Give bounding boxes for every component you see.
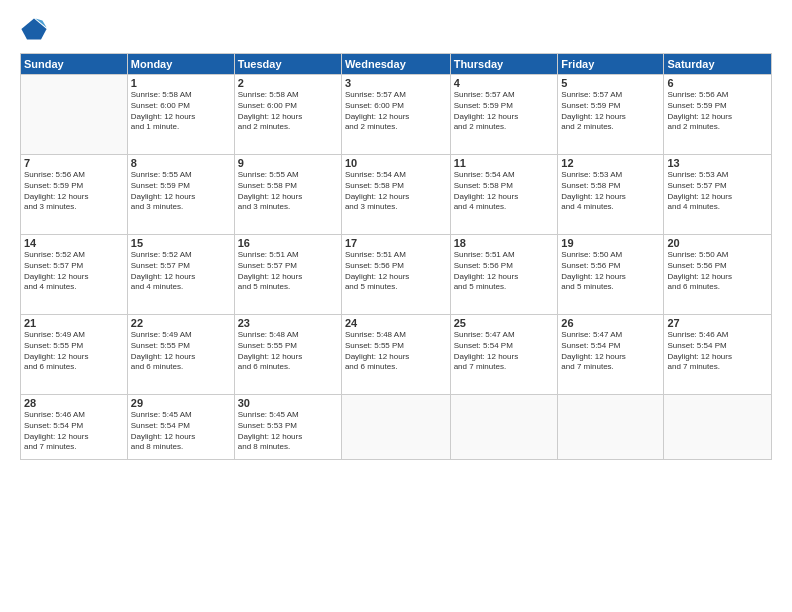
day-number: 20 bbox=[667, 237, 768, 249]
calendar-cell bbox=[558, 395, 664, 460]
calendar-cell bbox=[341, 395, 450, 460]
day-number: 29 bbox=[131, 397, 231, 409]
calendar-cell bbox=[21, 75, 128, 155]
day-number: 24 bbox=[345, 317, 447, 329]
calendar-cell: 23Sunrise: 5:48 AM Sunset: 5:55 PM Dayli… bbox=[234, 315, 341, 395]
day-number: 27 bbox=[667, 317, 768, 329]
day-number: 8 bbox=[131, 157, 231, 169]
day-number: 10 bbox=[345, 157, 447, 169]
day-number: 21 bbox=[24, 317, 124, 329]
day-info: Sunrise: 5:48 AM Sunset: 5:55 PM Dayligh… bbox=[238, 330, 338, 373]
day-info: Sunrise: 5:45 AM Sunset: 5:54 PM Dayligh… bbox=[131, 410, 231, 453]
day-number: 16 bbox=[238, 237, 338, 249]
calendar-cell: 27Sunrise: 5:46 AM Sunset: 5:54 PM Dayli… bbox=[664, 315, 772, 395]
day-number: 17 bbox=[345, 237, 447, 249]
calendar-cell: 7Sunrise: 5:56 AM Sunset: 5:59 PM Daylig… bbox=[21, 155, 128, 235]
logo bbox=[20, 15, 52, 43]
calendar-week-4: 21Sunrise: 5:49 AM Sunset: 5:55 PM Dayli… bbox=[21, 315, 772, 395]
calendar-cell: 3Sunrise: 5:57 AM Sunset: 6:00 PM Daylig… bbox=[341, 75, 450, 155]
calendar-cell: 6Sunrise: 5:56 AM Sunset: 5:59 PM Daylig… bbox=[664, 75, 772, 155]
day-info: Sunrise: 5:48 AM Sunset: 5:55 PM Dayligh… bbox=[345, 330, 447, 373]
day-info: Sunrise: 5:53 AM Sunset: 5:58 PM Dayligh… bbox=[561, 170, 660, 213]
calendar-cell: 8Sunrise: 5:55 AM Sunset: 5:59 PM Daylig… bbox=[127, 155, 234, 235]
day-info: Sunrise: 5:56 AM Sunset: 5:59 PM Dayligh… bbox=[667, 90, 768, 133]
calendar-cell: 26Sunrise: 5:47 AM Sunset: 5:54 PM Dayli… bbox=[558, 315, 664, 395]
calendar-header-monday: Monday bbox=[127, 54, 234, 75]
logo-icon bbox=[20, 15, 48, 43]
calendar-header-thursday: Thursday bbox=[450, 54, 558, 75]
day-info: Sunrise: 5:54 AM Sunset: 5:58 PM Dayligh… bbox=[454, 170, 555, 213]
calendar-cell: 30Sunrise: 5:45 AM Sunset: 5:53 PM Dayli… bbox=[234, 395, 341, 460]
calendar-cell: 21Sunrise: 5:49 AM Sunset: 5:55 PM Dayli… bbox=[21, 315, 128, 395]
day-number: 5 bbox=[561, 77, 660, 89]
day-number: 3 bbox=[345, 77, 447, 89]
calendar-cell: 29Sunrise: 5:45 AM Sunset: 5:54 PM Dayli… bbox=[127, 395, 234, 460]
day-info: Sunrise: 5:47 AM Sunset: 5:54 PM Dayligh… bbox=[454, 330, 555, 373]
day-number: 28 bbox=[24, 397, 124, 409]
day-info: Sunrise: 5:57 AM Sunset: 5:59 PM Dayligh… bbox=[561, 90, 660, 133]
calendar-cell: 4Sunrise: 5:57 AM Sunset: 5:59 PM Daylig… bbox=[450, 75, 558, 155]
day-info: Sunrise: 5:49 AM Sunset: 5:55 PM Dayligh… bbox=[24, 330, 124, 373]
calendar-cell: 10Sunrise: 5:54 AM Sunset: 5:58 PM Dayli… bbox=[341, 155, 450, 235]
calendar-cell: 9Sunrise: 5:55 AM Sunset: 5:58 PM Daylig… bbox=[234, 155, 341, 235]
day-info: Sunrise: 5:47 AM Sunset: 5:54 PM Dayligh… bbox=[561, 330, 660, 373]
calendar-cell: 20Sunrise: 5:50 AM Sunset: 5:56 PM Dayli… bbox=[664, 235, 772, 315]
calendar-cell: 11Sunrise: 5:54 AM Sunset: 5:58 PM Dayli… bbox=[450, 155, 558, 235]
day-number: 23 bbox=[238, 317, 338, 329]
calendar-header-saturday: Saturday bbox=[664, 54, 772, 75]
day-info: Sunrise: 5:53 AM Sunset: 5:57 PM Dayligh… bbox=[667, 170, 768, 213]
day-info: Sunrise: 5:57 AM Sunset: 6:00 PM Dayligh… bbox=[345, 90, 447, 133]
calendar-cell: 14Sunrise: 5:52 AM Sunset: 5:57 PM Dayli… bbox=[21, 235, 128, 315]
day-info: Sunrise: 5:51 AM Sunset: 5:56 PM Dayligh… bbox=[345, 250, 447, 293]
calendar-cell: 1Sunrise: 5:58 AM Sunset: 6:00 PM Daylig… bbox=[127, 75, 234, 155]
day-info: Sunrise: 5:57 AM Sunset: 5:59 PM Dayligh… bbox=[454, 90, 555, 133]
day-number: 12 bbox=[561, 157, 660, 169]
day-number: 11 bbox=[454, 157, 555, 169]
calendar-cell: 24Sunrise: 5:48 AM Sunset: 5:55 PM Dayli… bbox=[341, 315, 450, 395]
day-number: 9 bbox=[238, 157, 338, 169]
day-info: Sunrise: 5:51 AM Sunset: 5:56 PM Dayligh… bbox=[454, 250, 555, 293]
day-info: Sunrise: 5:55 AM Sunset: 5:59 PM Dayligh… bbox=[131, 170, 231, 213]
day-number: 18 bbox=[454, 237, 555, 249]
calendar-cell: 19Sunrise: 5:50 AM Sunset: 5:56 PM Dayli… bbox=[558, 235, 664, 315]
calendar-cell: 5Sunrise: 5:57 AM Sunset: 5:59 PM Daylig… bbox=[558, 75, 664, 155]
day-number: 15 bbox=[131, 237, 231, 249]
day-info: Sunrise: 5:45 AM Sunset: 5:53 PM Dayligh… bbox=[238, 410, 338, 453]
day-number: 6 bbox=[667, 77, 768, 89]
day-info: Sunrise: 5:49 AM Sunset: 5:55 PM Dayligh… bbox=[131, 330, 231, 373]
day-number: 14 bbox=[24, 237, 124, 249]
day-number: 7 bbox=[24, 157, 124, 169]
day-info: Sunrise: 5:46 AM Sunset: 5:54 PM Dayligh… bbox=[24, 410, 124, 453]
day-info: Sunrise: 5:50 AM Sunset: 5:56 PM Dayligh… bbox=[667, 250, 768, 293]
calendar-week-5: 28Sunrise: 5:46 AM Sunset: 5:54 PM Dayli… bbox=[21, 395, 772, 460]
calendar-cell: 25Sunrise: 5:47 AM Sunset: 5:54 PM Dayli… bbox=[450, 315, 558, 395]
calendar-cell: 17Sunrise: 5:51 AM Sunset: 5:56 PM Dayli… bbox=[341, 235, 450, 315]
day-number: 4 bbox=[454, 77, 555, 89]
day-number: 19 bbox=[561, 237, 660, 249]
calendar-table: SundayMondayTuesdayWednesdayThursdayFrid… bbox=[20, 53, 772, 460]
calendar-cell: 12Sunrise: 5:53 AM Sunset: 5:58 PM Dayli… bbox=[558, 155, 664, 235]
day-info: Sunrise: 5:54 AM Sunset: 5:58 PM Dayligh… bbox=[345, 170, 447, 213]
calendar-header-tuesday: Tuesday bbox=[234, 54, 341, 75]
calendar-header-row: SundayMondayTuesdayWednesdayThursdayFrid… bbox=[21, 54, 772, 75]
calendar-cell bbox=[450, 395, 558, 460]
day-number: 30 bbox=[238, 397, 338, 409]
day-info: Sunrise: 5:50 AM Sunset: 5:56 PM Dayligh… bbox=[561, 250, 660, 293]
calendar-cell: 2Sunrise: 5:58 AM Sunset: 6:00 PM Daylig… bbox=[234, 75, 341, 155]
day-info: Sunrise: 5:46 AM Sunset: 5:54 PM Dayligh… bbox=[667, 330, 768, 373]
calendar-week-1: 1Sunrise: 5:58 AM Sunset: 6:00 PM Daylig… bbox=[21, 75, 772, 155]
day-info: Sunrise: 5:52 AM Sunset: 5:57 PM Dayligh… bbox=[24, 250, 124, 293]
day-number: 22 bbox=[131, 317, 231, 329]
header bbox=[20, 15, 772, 43]
calendar-header-sunday: Sunday bbox=[21, 54, 128, 75]
calendar-cell bbox=[664, 395, 772, 460]
day-number: 2 bbox=[238, 77, 338, 89]
day-info: Sunrise: 5:55 AM Sunset: 5:58 PM Dayligh… bbox=[238, 170, 338, 213]
calendar-cell: 16Sunrise: 5:51 AM Sunset: 5:57 PM Dayli… bbox=[234, 235, 341, 315]
calendar-week-2: 7Sunrise: 5:56 AM Sunset: 5:59 PM Daylig… bbox=[21, 155, 772, 235]
day-info: Sunrise: 5:56 AM Sunset: 5:59 PM Dayligh… bbox=[24, 170, 124, 213]
day-info: Sunrise: 5:58 AM Sunset: 6:00 PM Dayligh… bbox=[238, 90, 338, 133]
day-info: Sunrise: 5:51 AM Sunset: 5:57 PM Dayligh… bbox=[238, 250, 338, 293]
day-number: 13 bbox=[667, 157, 768, 169]
calendar-cell: 18Sunrise: 5:51 AM Sunset: 5:56 PM Dayli… bbox=[450, 235, 558, 315]
